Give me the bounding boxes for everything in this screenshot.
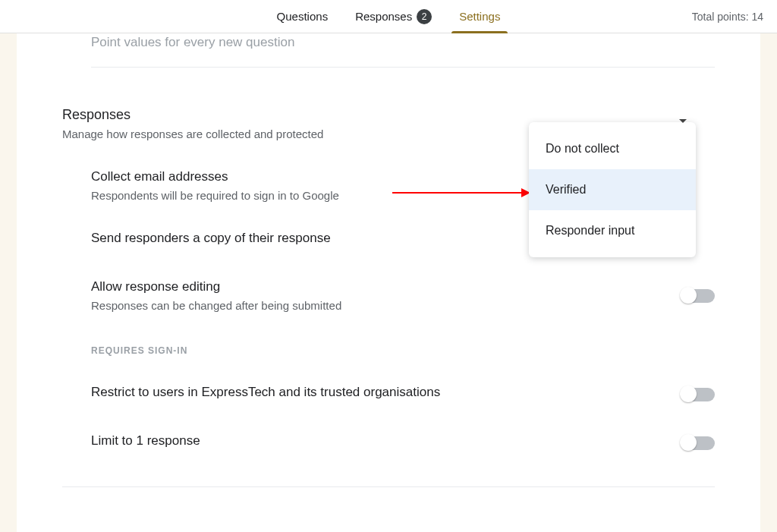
annotation-arrow-icon: [392, 192, 529, 194]
responses-count-badge: 2: [417, 9, 432, 24]
responses-title: Responses: [62, 107, 715, 123]
allow-edit-desc: Responses can be changed after being sub…: [91, 299, 341, 312]
total-points-label: Total points: 14: [692, 11, 763, 23]
limit-one-toggle[interactable]: [681, 436, 715, 450]
dropdown-option-responder-input[interactable]: Responder input: [529, 210, 696, 251]
allow-edit-setting: Allow response editing Responses can be …: [91, 279, 715, 312]
restrict-org-toggle[interactable]: [681, 388, 715, 401]
collect-email-dropdown[interactable]: Do not collect Verified Responder input: [529, 122, 696, 257]
collect-email-title: Collect email addresses: [91, 169, 339, 184]
tab-settings[interactable]: Settings: [445, 0, 514, 33]
tab-questions[interactable]: Questions: [263, 0, 342, 33]
tabs-bar: Questions Responses 2 Settings Total poi…: [0, 0, 777, 33]
restrict-org-title: Restrict to users in ExpressTech and its…: [91, 385, 440, 400]
collect-email-desc: Respondents will be required to sign in …: [91, 189, 339, 202]
chevron-up-icon: [679, 119, 687, 123]
requires-signin-label: REQUIRES SIGN-IN: [91, 345, 715, 356]
send-copy-title: Send responders a copy of their response: [91, 231, 331, 246]
allow-edit-toggle[interactable]: [681, 289, 715, 303]
tab-responses[interactable]: Responses 2: [341, 0, 445, 33]
restrict-org-setting: Restrict to users in ExpressTech and its…: [91, 385, 715, 405]
limit-one-setting: Limit to 1 response: [91, 433, 715, 453]
dropdown-option-do-not-collect[interactable]: Do not collect: [529, 128, 696, 169]
limit-one-title: Limit to 1 response: [91, 433, 200, 449]
allow-edit-title: Allow response editing: [91, 279, 341, 294]
settings-panel: Point values for every new question Resp…: [17, 33, 760, 532]
tab-responses-label: Responses: [355, 10, 412, 23]
section-divider: [62, 486, 715, 487]
dropdown-option-verified[interactable]: Verified: [529, 169, 696, 210]
previous-setting-partial: Point values for every new question: [91, 33, 715, 68]
